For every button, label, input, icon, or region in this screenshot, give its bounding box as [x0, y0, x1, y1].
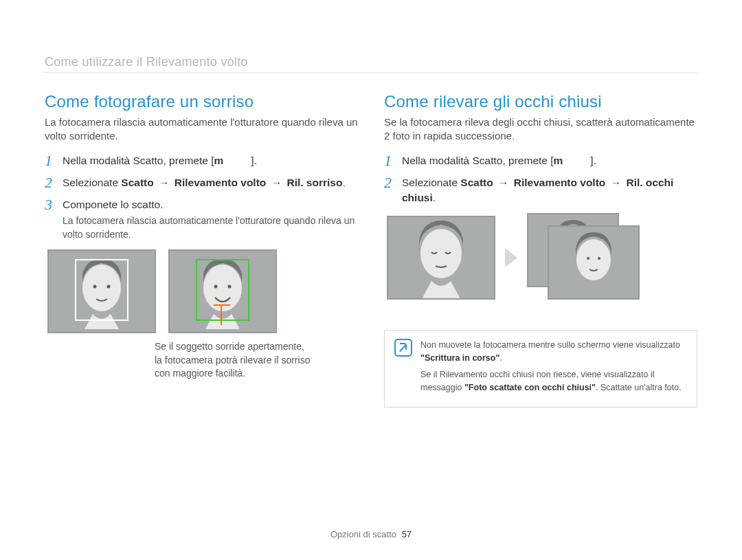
section-title-smile: Come fotografare un sorriso: [45, 92, 358, 111]
steps-smile: Nella modalità Scatto, premete [m]. Sele…: [45, 153, 358, 242]
note-icon: [394, 339, 412, 357]
section-title-blink: Come rilevare gli occhi chiusi: [384, 92, 697, 111]
step-2-prefix: Selezionate: [402, 177, 460, 188]
face-icon: [400, 216, 482, 299]
thumb-face-smile: [168, 249, 277, 333]
step-2-end: .: [433, 192, 436, 203]
face-icon: [559, 228, 628, 297]
thumb-result-2: [548, 225, 640, 300]
step-2-prefix: Selezionate: [63, 177, 121, 188]
step-2: Selezionate Scatto → Rilevamento volto →…: [384, 175, 697, 206]
note2-b: "Foto scattate con occhi chiusi": [464, 383, 596, 392]
svg-point-11: [587, 257, 589, 260]
note-line-2: Se il Rilevamento occhi chiusi non riesc…: [420, 368, 687, 394]
step-3-text: Componete lo scatto.: [63, 197, 358, 212]
breadcrumb: Come utilizzare il Rilevamento volto: [45, 55, 697, 69]
step-1-suffix: ].: [251, 155, 257, 166]
note1-b: "Scrittura in corso": [420, 353, 499, 363]
svg-point-12: [598, 257, 600, 260]
path-rilevamento: Rilevamento volto: [514, 177, 606, 188]
step-1-prefix: Nella modalità Scatto, premete [: [63, 155, 214, 166]
arrow-right-icon: [505, 248, 517, 267]
left-column: Come fotografare un sorriso La fotocamer…: [45, 92, 358, 407]
step-2: Selezionate Scatto → Rilevamento volto →…: [45, 175, 358, 190]
path-ril-sorriso: Ril. sorriso: [286, 177, 342, 188]
note2-c: . Scattate un'altra foto.: [596, 383, 682, 392]
page-number: 57: [402, 529, 412, 539]
footer: Opzioni di scatto 57: [0, 529, 742, 539]
note-line-1: Non muovete la fotocamera mentre sullo s…: [420, 339, 687, 365]
detect-frame-white: [75, 259, 128, 321]
menu-key-icon: m: [214, 155, 224, 166]
note-box: Non muovete la fotocamera mentre sullo s…: [384, 330, 697, 407]
smile-indicator-tick: [221, 306, 222, 325]
step-2-text: Selezionate Scatto → Rilevamento volto →…: [63, 175, 358, 190]
step-1-prefix: Nella modalità Scatto, premete [: [402, 155, 554, 166]
step-1: Nella modalità Scatto, premete [m].: [45, 153, 358, 168]
note-body: Non muovete la fotocamera mentre sullo s…: [420, 339, 687, 399]
illustration-row-blink: [387, 213, 697, 302]
note1-a: Non muovete la fotocamera mentre sullo s…: [420, 340, 680, 350]
arrow-icon: →: [159, 177, 170, 188]
step-3: Componete lo scatto. La fotocamera rilas…: [45, 197, 358, 241]
detect-frame-green: [196, 259, 249, 321]
svg-point-6: [420, 229, 462, 278]
right-column: Come rilevare gli occhi chiusi Se la fot…: [384, 92, 697, 407]
columns: Come fotografare un sorriso La fotocamer…: [45, 92, 697, 407]
thumb-stack: [527, 213, 644, 302]
menu-key-icon: m: [554, 155, 563, 166]
steps-blink: Nella modalità Scatto, premete [m]. Sele…: [384, 153, 697, 206]
path-rilevamento: Rilevamento volto: [175, 177, 267, 188]
page: Come utilizzare il Rilevamento volto Com…: [0, 0, 742, 560]
intro-smile: La fotocamera rilascia automaticamente l…: [45, 115, 358, 144]
step-2-text: Selezionate Scatto → Rilevamento volto →…: [402, 175, 697, 206]
arrow-icon: →: [611, 177, 622, 188]
path-scatto: Scatto: [460, 177, 493, 188]
smile-indicator-line: [214, 304, 230, 306]
step-1-text: Nella modalità Scatto, premete [m].: [402, 153, 697, 168]
illustration-row-smile: [47, 249, 358, 333]
divider: [45, 72, 697, 73]
step-2-end: .: [342, 177, 345, 188]
thumb-face-neutral: [47, 249, 156, 333]
caption-smile: Se il soggetto sorride apertamente, la f…: [155, 340, 313, 381]
arrow-icon: →: [498, 177, 509, 188]
step-1-suffix: ].: [590, 155, 596, 166]
intro-blink: Se la fotocamera rileva degli occhi chiu…: [384, 115, 697, 144]
svg-point-10: [576, 239, 611, 280]
note1-c: .: [499, 353, 502, 363]
step-1-text: Nella modalità Scatto, premete [m].: [63, 153, 358, 168]
step-1: Nella modalità Scatto, premete [m].: [384, 153, 697, 168]
path-scatto: Scatto: [121, 177, 153, 188]
footer-section: Opzioni di scatto: [330, 529, 396, 539]
thumb-eyes-closed: [387, 216, 495, 300]
arrow-icon: →: [271, 177, 282, 188]
step-3-sub: La fotocamera rilascia automaticamente l…: [63, 214, 358, 241]
